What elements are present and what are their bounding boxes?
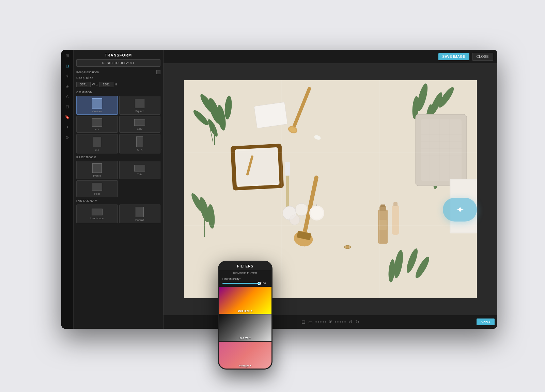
crop-size-label: Crop Size [76, 76, 160, 80]
common-grid: Custom Square 4:3 16:9 [76, 96, 160, 153]
main-content: SAVE IMAGE CLOSE [164, 50, 497, 329]
sidebar-icon-elements[interactable]: ⊟ [64, 103, 71, 110]
instagram-grid: Landscape Portrait [76, 205, 160, 223]
crop-width-input[interactable] [76, 82, 91, 87]
filter-intensity-track [222, 283, 259, 284]
crop-label-fb-title: Title [137, 173, 142, 176]
crop-label-169: 16:9 [137, 127, 142, 130]
filter-bw-chevron: ▾ [249, 337, 251, 339]
sidebar-icon-grid[interactable]: ⊞ [64, 52, 71, 59]
crop-label-34: 3:4 [95, 148, 99, 151]
crop-option-fb-title[interactable]: Title [119, 161, 161, 179]
sidebar-icon-transform[interactable]: ⊡ [64, 63, 71, 69]
crop-option-fb-profile[interactable]: Profile [76, 161, 118, 179]
filter-intensity-fill [222, 283, 259, 284]
filter-duotone-chevron: ▾ [251, 310, 252, 312]
facebook-grid: Profile Title Post [76, 161, 160, 197]
sidebar-icon-tools[interactable]: ⚙ [64, 134, 71, 141]
filter-item-duotone[interactable]: DuoTone ▾ [219, 287, 271, 314]
filter-list: DuoTone ▾ B & W ▾ Vintage ▾ [219, 287, 271, 369]
apply-button[interactable]: APPLY [477, 318, 495, 325]
panel-title: TRANSFORM [76, 50, 160, 59]
magic-wand-button[interactable]: ✦ [443, 198, 477, 222]
crop-x-label: x [96, 83, 98, 86]
svg-point-41 [295, 203, 308, 216]
section-facebook: FACEBOOK [76, 156, 160, 159]
crop-size-row: W x H [76, 82, 160, 87]
save-image-button[interactable]: SAVE IMAGE [438, 53, 469, 60]
crop-option-43[interactable]: 4:3 [76, 116, 118, 133]
keep-resolution-checkbox[interactable] [156, 70, 160, 74]
top-bar: SAVE IMAGE CLOSE [164, 50, 497, 63]
filter-duotone-label: DuoTone ▾ [219, 309, 271, 312]
sidebar: ⊞ ⊡ ☀ ◈ A ⊟ 🔖 ✦ ⚙ TRANSFORM RESET TO DEF… [61, 50, 164, 329]
filter-intensity-label: Filter Intensity ' [222, 277, 268, 280]
crop-label-square: Square [135, 110, 144, 113]
svg-rect-36 [285, 162, 290, 176]
crop-option-fb-post[interactable]: Post [76, 180, 118, 197]
keep-resolution-row: Keep Resolution [76, 70, 160, 74]
sidebar-icon-effects[interactable]: ◈ [64, 83, 71, 90]
flip-vertical-icon[interactable]: ▭ [308, 319, 313, 325]
phone-screen: FILTERS REMOVE FILTER Filter Intensity '… [219, 262, 271, 369]
phone-mockup: FILTERS REMOVE FILTER Filter Intensity '… [218, 261, 272, 370]
svg-rect-49 [379, 220, 387, 230]
crop-option-square[interactable]: Square [119, 96, 161, 115]
svg-rect-53 [421, 119, 462, 181]
svg-rect-48 [380, 205, 385, 207]
crop-h-label: H [115, 83, 117, 86]
sidebar-icon-text[interactable]: A [64, 93, 71, 100]
filter-item-vintage[interactable]: Vintage ▾ [219, 342, 271, 369]
crop-option-ig-landscape[interactable]: Landscape [76, 205, 118, 223]
bottom-bar: ⊟ ▭ 0° ↺ ↻ APPLY [164, 315, 497, 329]
svg-rect-26 [254, 102, 287, 128]
crop-label-custom: Custom [92, 110, 102, 113]
close-button[interactable]: CLOSE [472, 53, 493, 61]
sidebar-icon-magic[interactable]: ✦ [64, 124, 71, 131]
svg-rect-51 [393, 202, 398, 206]
keep-resolution-label: Keep Resolution [76, 70, 99, 74]
filter-intensity-slider-row: 100 [222, 282, 268, 285]
crop-label-916: 9:16 [137, 149, 142, 152]
filters-header: FILTERS [219, 262, 271, 270]
crop-option-ig-portrait[interactable]: Portrait [119, 205, 161, 223]
icon-rail: ⊞ ⊡ ☀ ◈ A ⊟ 🔖 ✦ ⚙ [61, 50, 74, 329]
sidebar-icon-adjust[interactable]: ☀ [64, 73, 71, 80]
filter-intensity-section: Filter Intensity ' 100 [219, 276, 271, 287]
filter-item-bw[interactable]: B & W ▾ [219, 314, 271, 341]
crop-label-ig-landscape: Landscape [90, 217, 104, 220]
crop-label-ig-portrait: Portrait [135, 218, 144, 222]
filter-vintage-label: Vintage ▾ [219, 364, 271, 367]
flip-horizontal-icon[interactable]: ⊟ [301, 319, 306, 325]
filter-intensity-thumb[interactable] [258, 282, 261, 285]
svg-rect-50 [392, 205, 399, 235]
filter-intensity-value: 100 [261, 282, 268, 285]
crop-label-43: 4:3 [95, 128, 99, 131]
sidebar-panel: TRANSFORM RESET TO DEFAULT Keep Resoluti… [74, 50, 163, 329]
section-instagram: INSTAGRAM [76, 199, 160, 202]
rotate-left-icon[interactable]: ↺ [348, 319, 353, 325]
rotation-dots-right [335, 321, 346, 323]
sidebar-icon-bookmark[interactable]: 🔖 [64, 114, 71, 120]
filter-bw-label: B & W ▾ [219, 337, 271, 340]
degree-label: 0° [329, 320, 332, 324]
filter-vintage-chevron: ▾ [250, 364, 251, 367]
svg-rect-33 [236, 149, 278, 185]
crop-option-169[interactable]: 16:9 [119, 116, 161, 133]
svg-point-42 [290, 215, 300, 225]
crop-option-custom[interactable]: Custom [76, 96, 118, 115]
section-common: COMMON [76, 91, 160, 94]
rotation-dots [315, 321, 326, 323]
reset-button[interactable]: RESET TO DEFAULT [76, 59, 160, 67]
crop-option-916[interactable]: 9:16 [119, 134, 161, 153]
canvas-area: ✦ [164, 63, 497, 315]
crop-height-input[interactable] [99, 82, 113, 87]
remove-filter-button[interactable]: REMOVE FILTER [219, 270, 271, 276]
crop-w-label: W [92, 83, 95, 86]
crop-label-fb-post: Post [94, 192, 100, 195]
crop-option-34[interactable]: 3:4 [76, 134, 118, 153]
rotate-right-icon[interactable]: ↻ [355, 319, 359, 325]
magic-wand-icon: ✦ [456, 204, 464, 215]
crop-label-fb-profile: Profile [93, 174, 101, 177]
svg-point-44 [311, 207, 323, 219]
